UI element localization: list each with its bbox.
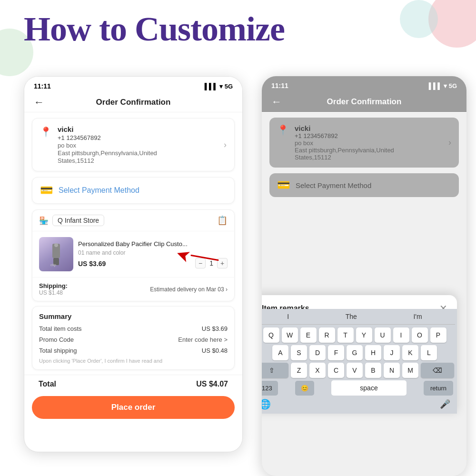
key-return[interactable]: return <box>424 381 453 396</box>
key-f[interactable]: F <box>328 345 344 360</box>
key-x[interactable]: X <box>309 363 326 378</box>
key-y[interactable]: Y <box>356 327 372 343</box>
key-p[interactable]: P <box>430 327 446 343</box>
keyboard[interactable]: I The I'm Q W E R T Y U I O P A S D F <box>262 309 457 414</box>
key-w[interactable]: W <box>282 327 298 343</box>
summary-key-items: Total item costs <box>39 325 82 332</box>
key-emoji[interactable]: 😊 <box>295 381 314 396</box>
summary-key-shipping: Total shipping <box>39 347 77 354</box>
summary-title: Summary <box>39 312 228 320</box>
signal-icons-left: ▌▌▌ ▾ 5G <box>205 83 233 90</box>
key-123[interactable]: 123 <box>262 381 278 396</box>
product-variant: 01 name and color <box>78 249 228 256</box>
store-header-left: 🏪 Q Infant Store 📋 <box>32 210 234 231</box>
keyboard-bottom-row: 🌐 🎤 <box>262 396 455 411</box>
key-q[interactable]: Q <box>263 327 279 343</box>
status-time-right: 11:11 <box>271 82 288 89</box>
summary-val-promo[interactable]: Enter code here > <box>178 336 228 343</box>
key-v[interactable]: V <box>347 363 363 378</box>
summary-key-promo: Promo Code <box>39 336 74 343</box>
key-j[interactable]: J <box>384 345 400 360</box>
payment-card-left[interactable]: 💳 Select Payment Method <box>32 177 235 204</box>
suggest-im[interactable]: I'm <box>413 313 422 320</box>
product-row: clip Personalized Baby Pacifier Clip Cus… <box>32 231 234 277</box>
key-u[interactable]: U <box>375 327 391 343</box>
right-phone: 11:11 ▌▌▌ ▾ 5G ← Order Confirmation 📍 vi… <box>262 76 466 476</box>
delete-key[interactable]: ⌫ <box>421 363 454 378</box>
summary-row-items: Total item costs US $3.69 <box>39 325 228 332</box>
key-n[interactable]: N <box>384 363 400 378</box>
address-line2-left: East pittsburgh,Pennsylvania,United <box>58 149 218 157</box>
address-info-left: vicki +1 1234567892 po box East pittsbur… <box>58 125 218 164</box>
key-s[interactable]: S <box>291 345 307 360</box>
shift-key[interactable]: ⇧ <box>262 363 288 378</box>
key-i[interactable]: I <box>393 327 409 343</box>
key-m[interactable]: M <box>402 363 418 378</box>
store-section-left: 🏪 Q Infant Store 📋 clip <box>32 209 235 301</box>
delivery-chevron: › <box>226 286 228 293</box>
key-l[interactable]: L <box>421 345 437 360</box>
signal-icons-right: ▌▌▌ ▾ 5G <box>429 82 457 89</box>
partial-payment-label: Select Payment Method <box>296 181 371 189</box>
place-order-button[interactable]: Place order <box>32 396 235 419</box>
suggest-i[interactable]: I <box>287 313 289 320</box>
nav-title-right: Order Confirmation <box>327 97 402 107</box>
svg-text:clip: clip <box>50 263 57 267</box>
address-line3-left: States,15112 <box>58 157 218 164</box>
qty-minus-btn[interactable]: − <box>195 258 206 268</box>
key-b[interactable]: B <box>365 363 381 378</box>
keyboard-suggestions: I The I'm <box>262 313 455 325</box>
key-z[interactable]: Z <box>291 363 307 378</box>
phone-content-left: 📍 vicki +1 1234567892 po box East pittsb… <box>24 112 242 426</box>
payment-icon-left: 💳 <box>40 184 53 197</box>
store-name-row: 🏪 Q Infant Store <box>39 215 104 226</box>
key-e[interactable]: E <box>300 327 317 343</box>
key-t[interactable]: T <box>337 327 354 343</box>
key-d[interactable]: D <box>309 345 326 360</box>
total-row: Total US $4.07 <box>24 375 242 393</box>
key-a[interactable]: A <box>272 345 288 360</box>
svg-point-2 <box>54 243 58 247</box>
address-line1-left: po box <box>58 142 218 149</box>
keyboard-row-bottom[interactable]: 123 😊 space return <box>262 380 455 396</box>
key-g[interactable]: G <box>347 345 363 360</box>
shipping-cost: US $1.48 <box>39 289 68 296</box>
product-name: Personalized Baby Pacifier Clip Custo... <box>78 240 228 248</box>
product-details: Personalized Baby Pacifier Clip Custo...… <box>78 240 228 268</box>
address-card-left[interactable]: 📍 vicki +1 1234567892 po box East pittsb… <box>32 118 235 171</box>
partial-line1: po box <box>295 139 394 147</box>
nav-bar-left: ← Order Confirmation <box>24 94 242 112</box>
key-h[interactable]: H <box>365 345 381 360</box>
key-r[interactable]: R <box>319 327 335 343</box>
key-space[interactable]: space <box>331 380 406 396</box>
shipping-label: Shipping: <box>39 282 68 289</box>
partial-address-right: 📍 vicki +1 1234567892 po box East pittsb… <box>269 118 459 168</box>
store-name-tag: Q Infant Store <box>52 215 104 226</box>
partial-phone: +1 1234567892 <box>295 132 394 139</box>
nav-title-left: Order Confirmation <box>96 98 171 107</box>
status-time-left: 11:11 <box>34 82 51 90</box>
suggest-the[interactable]: The <box>346 313 357 320</box>
back-icon-right[interactable]: ← <box>271 96 282 108</box>
key-k[interactable]: K <box>402 345 418 360</box>
summary-section: Summary Total item costs US $3.69 Promo … <box>32 306 235 370</box>
shipping-row: Shipping: US $1.48 Estimated delivery on… <box>32 277 234 301</box>
key-c[interactable]: C <box>328 363 344 378</box>
partial-line3: States,15112 <box>295 154 394 161</box>
key-o[interactable]: O <box>412 327 428 343</box>
note-icon[interactable]: 📋 <box>217 215 228 226</box>
keyboard-row-2[interactable]: A S D F G H J K L <box>262 345 455 360</box>
summary-row-promo[interactable]: Promo Code Enter code here > <box>39 336 228 343</box>
mic-icon[interactable]: 🎤 <box>440 399 450 409</box>
partial-line2: East pittsburgh,Pennsylvania,United <box>295 147 394 154</box>
keyboard-row-1[interactable]: Q W E R T Y U I O P <box>262 327 455 343</box>
address-chevron-left: › <box>224 140 227 150</box>
decorative-shape-mint <box>400 0 438 38</box>
globe-icon[interactable]: 🌐 <box>262 398 271 410</box>
back-icon-left[interactable]: ← <box>34 96 44 109</box>
main-title: How to Customize <box>24 10 285 49</box>
partial-payment-right: 💳 Select Payment Method <box>269 173 459 197</box>
product-img-inner: clip <box>39 237 73 271</box>
keyboard-row-3[interactable]: ⇧ Z X C V B N M ⌫ <box>262 363 455 378</box>
address-phone-left: +1 1234567892 <box>58 134 218 141</box>
